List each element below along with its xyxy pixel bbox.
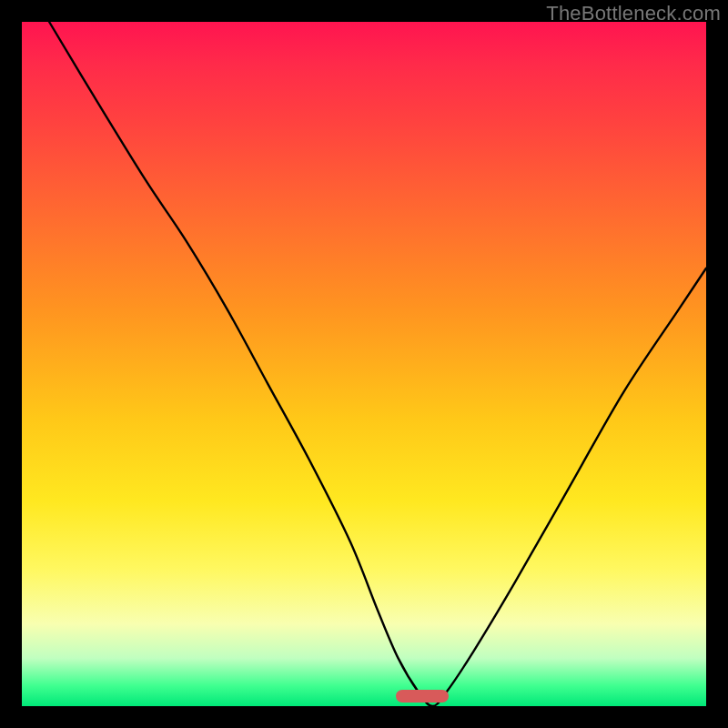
chart-frame: TheBottleneck.com xyxy=(0,0,728,728)
optimum-marker xyxy=(396,690,449,703)
plot-area xyxy=(22,22,706,706)
bottleneck-curve xyxy=(22,22,706,706)
